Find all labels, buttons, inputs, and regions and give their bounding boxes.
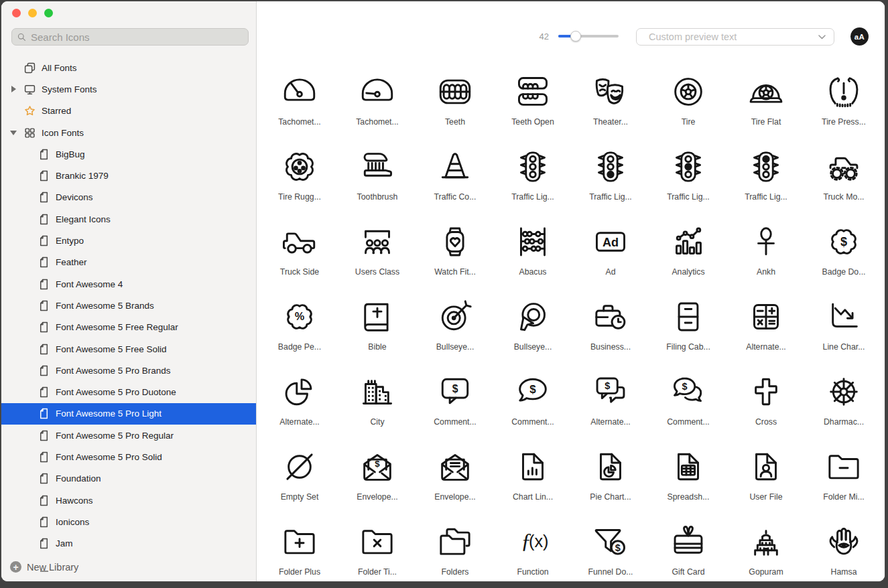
grid-icon-cell[interactable]: Traffic Lig... <box>572 134 649 209</box>
sidebar-font-item[interactable]: Font Awesome 5 Free Solid <box>1 338 256 360</box>
grid-icon-cell[interactable]: $Alternate... <box>572 359 649 434</box>
disclosure-triangle-collapsed[interactable] <box>11 86 16 92</box>
grid-icon-cell[interactable]: Tire Flat <box>727 59 805 134</box>
envelope-open-text-icon <box>436 447 474 489</box>
grid-icon-cell[interactable]: Traffic Co... <box>416 134 494 209</box>
grid-icon-cell[interactable]: Traffic Lig... <box>649 134 727 209</box>
grid-icon-cell[interactable]: Traffic Lig... <box>494 134 572 209</box>
sidebar-font-item[interactable]: Devicons <box>1 187 256 208</box>
grid-icon-cell[interactable]: Hamsa <box>805 509 883 582</box>
sidebar-font-item[interactable]: Font Awesome 4 <box>1 273 256 295</box>
grid-icon-cell[interactable]: Spreadsh... <box>649 434 727 509</box>
grid-icon-cell[interactable]: $Comment... <box>494 359 572 434</box>
font-file-icon <box>38 149 50 160</box>
grid-icon-cell[interactable]: Folder Ti... <box>338 509 416 582</box>
grid-icon-cell[interactable]: Filing Cab... <box>649 284 727 359</box>
grid-icon-cell[interactable]: Truck Mo... <box>805 134 883 209</box>
grid-icon-cell[interactable]: City <box>338 359 416 434</box>
grid-icon-cell[interactable]: Bullseye... <box>416 284 494 359</box>
grid-icon-cell[interactable]: Dharmac... <box>805 359 883 434</box>
grid-icon-cell[interactable]: Chart Lin... <box>494 434 572 509</box>
sidebar-font-item[interactable]: Jam <box>1 533 256 555</box>
sidebar-font-item[interactable]: Font Awesome 5 Pro Light <box>1 403 256 425</box>
grid-icon-cell[interactable]: Theater... <box>572 59 649 134</box>
grid-icon-cell[interactable]: $Comment... <box>416 359 494 434</box>
grid-icon-cell[interactable]: $Badge Do... <box>805 209 883 284</box>
new-library-button[interactable]: + New Library <box>10 561 78 573</box>
grid-icon-cell[interactable]: Line Char... <box>805 284 883 359</box>
sidebar-font-item[interactable]: Ionicons <box>1 511 256 532</box>
grid-icon-cell[interactable]: Tachomet... <box>261 59 338 134</box>
sidebar-font-item[interactable]: Font Awesome 5 Pro Brands <box>1 360 256 381</box>
grid-icon-cell[interactable]: Envelope... <box>416 434 494 509</box>
sidebar-font-item[interactable]: Font Awesome 5 Brands <box>1 295 256 316</box>
grid-icon-cell[interactable]: Toothbrush <box>338 134 416 209</box>
grid-icon-cell[interactable]: Business... <box>572 284 649 359</box>
grid-icon-cell[interactable]: Watch Fit... <box>416 209 494 284</box>
funnel-dollar-icon: $ <box>591 522 630 564</box>
font-size-slider[interactable] <box>558 35 619 38</box>
grid-icon-cell[interactable]: $Envelope... <box>338 434 416 509</box>
sidebar-item-all-fonts[interactable]: All Fonts <box>1 57 256 78</box>
grid-icon-cell[interactable]: Gift Card <box>649 509 727 582</box>
grid-icon-cell[interactable]: Teeth <box>416 59 494 134</box>
close-window-button[interactable] <box>12 9 21 17</box>
sidebar-font-item[interactable]: Entypo <box>1 230 256 251</box>
case-toggle-button[interactable]: aA <box>850 27 869 46</box>
grid-icon-cell[interactable]: Bible <box>338 284 416 359</box>
sidebar-font-item[interactable]: Font Awesome 5 Pro Duotone <box>1 381 256 402</box>
grid-icon-cell[interactable]: Tachomet... <box>338 59 416 134</box>
grid-icon-cell[interactable]: Cross <box>727 359 805 434</box>
sidebar-item-icon-fonts[interactable]: Icon Fonts <box>1 122 256 143</box>
sidebar-font-item[interactable]: Feather <box>1 252 256 273</box>
traffic-light-icon <box>513 147 552 189</box>
grid-icon-cell[interactable]: Gopuram <box>727 509 805 582</box>
search-input[interactable] <box>29 31 243 44</box>
zoom-window-button[interactable] <box>44 9 53 17</box>
sidebar-font-item[interactable]: Foundation <box>1 468 256 490</box>
grid-icon-cell[interactable]: Users Class <box>338 209 416 284</box>
grid-icon-cell[interactable]: %Badge Pe... <box>261 284 338 359</box>
slider-thumb[interactable] <box>570 31 581 42</box>
sidebar-item-starred[interactable]: Starred <box>1 100 256 122</box>
grid-icon-cell[interactable]: Folder Plus <box>261 509 338 582</box>
badge-dollar-icon: $ <box>824 222 863 264</box>
grid-icon-cell[interactable]: Traffic Lig... <box>727 134 805 209</box>
grid-icon-cell[interactable]: User File <box>727 434 805 509</box>
preview-text-combobox[interactable]: Custom preview text <box>636 28 834 46</box>
grid-icon-cell[interactable]: Alternate... <box>261 359 338 434</box>
sidebar-font-item[interactable]: Elegant Icons <box>1 208 256 230</box>
grid-icon-cell[interactable]: Empty Set <box>261 434 338 509</box>
sidebar-font-item[interactable]: Brankic 1979 <box>1 165 256 186</box>
grid-icon-cell[interactable]: $Funnel Do... <box>572 509 649 582</box>
sidebar-font-item[interactable]: Font Awesome 5 Pro Regular <box>1 425 256 446</box>
grid-icon-cell[interactable]: Ankh <box>727 209 805 284</box>
search-field[interactable] <box>11 28 249 46</box>
sidebar-font-item[interactable]: BigBug <box>1 143 256 165</box>
grid-icon-cell[interactable]: $Comment... <box>649 359 727 434</box>
sidebar-font-item[interactable]: Font Awesome 5 Free Regular <box>1 317 256 338</box>
grid-icon-cell[interactable]: Abacus <box>494 209 572 284</box>
minimize-window-button[interactable] <box>28 9 37 17</box>
grid-icon-cell[interactable]: Tire <box>649 59 727 134</box>
font-file-icon <box>38 473 50 484</box>
grid-icon-label: Ad <box>605 267 615 277</box>
grid-icon-cell[interactable]: Tire Press... <box>805 59 883 134</box>
grid-icon-cell[interactable]: ƒ(x)Function <box>494 509 572 582</box>
grid-icon-cell[interactable]: Folder Mi... <box>805 434 883 509</box>
grid-icon-cell[interactable]: Tire Rugg... <box>261 134 338 209</box>
grid-icon-cell[interactable]: Teeth Open <box>494 59 572 134</box>
grid-icon-cell[interactable]: Analytics <box>649 209 727 284</box>
grid-icon-cell[interactable]: Pie Chart... <box>572 434 649 509</box>
sidebar-font-item[interactable]: Font Awesome 5 Pro Solid <box>1 446 256 467</box>
grid-icon-cell[interactable]: Folders <box>416 509 494 582</box>
empty-set-icon <box>280 447 319 489</box>
disclosure-triangle-expanded[interactable] <box>10 131 17 135</box>
grid-icon-cell[interactable]: Bullseye... <box>494 284 572 359</box>
sidebar-font-item[interactable]: Hawcons <box>1 490 256 511</box>
grid-icon-cell[interactable]: Truck Side <box>261 209 338 284</box>
teeth-open-icon <box>513 72 552 114</box>
sidebar-item-system-fonts[interactable]: System Fonts <box>1 78 256 100</box>
grid-icon-cell[interactable]: Alternate... <box>727 284 805 359</box>
grid-icon-cell[interactable]: AdAd <box>572 209 649 284</box>
